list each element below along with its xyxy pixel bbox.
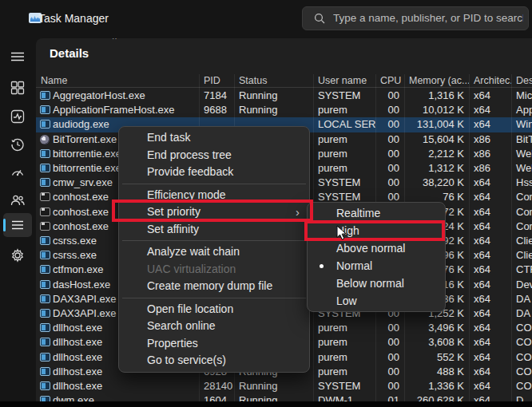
menu-item-open-file-location[interactable]: Open file location [119, 301, 309, 318]
sidebar-item-app-history[interactable] [10, 137, 25, 152]
app-process-icon [40, 367, 50, 376]
cell-col-description: CTF [511, 263, 532, 277]
process-name: ApplicationFrameHost.exe [53, 103, 199, 117]
sidebar-item-services[interactable] [10, 248, 25, 263]
hamburger-menu-icon[interactable] [10, 49, 25, 64]
cell-col-description: CO [511, 350, 532, 365]
sidebar-item-performance[interactable] [10, 109, 25, 124]
cell-col-pid: 28140 [199, 379, 234, 393]
menu-item-create-memory-dump-file[interactable]: Create memory dump file [119, 278, 309, 295]
column-header-col-name[interactable]: Name [36, 74, 199, 87]
app-process-icon [40, 265, 50, 274]
menu-item-properties[interactable]: Properties [119, 335, 309, 353]
sidebar-item-details[interactable] [10, 218, 25, 232]
sidebar-item-users[interactable] [10, 193, 25, 207]
column-header-col-pid[interactable]: PID [199, 74, 234, 87]
cell-col-user-name: SYSTEM [313, 89, 375, 103]
app-process-icon [40, 236, 50, 245]
search-input[interactable]: Type a name, publisher, or PID to search [302, 6, 529, 30]
cell-col-cpu: 00 [375, 176, 404, 190]
column-header-col-cpu[interactable]: CPU [375, 74, 404, 87]
cell-col-architecture: x86 [469, 132, 511, 147]
cell-col-cpu: 01 [375, 393, 404, 401]
app-process-icon [40, 178, 50, 187]
table-row[interactable]: dwm.exe1604RunningDWM-101260,628 Kx64D [36, 393, 532, 401]
menu-item-go-to-service-s-[interactable]: Go to service(s) [119, 352, 309, 369]
annotation-box-set-priority [112, 200, 313, 222]
menu-item-search-online[interactable]: Search online [119, 318, 309, 335]
console-process-icon [40, 222, 50, 231]
title-bar: Task Manager Type a name, publisher, or … [0, 0, 532, 38]
cell-col-user-name: purem [313, 335, 375, 350]
cell-col-memory: 1,336 K [404, 379, 469, 393]
cell-col-architecture: x64 [469, 263, 511, 277]
cell-col-description: BitT [511, 132, 532, 147]
cell-col-description: Clie [511, 234, 532, 248]
cell-col-pid: 1604 [199, 393, 234, 401]
menu-separator [122, 298, 306, 298]
cell-col-status: Running [234, 393, 313, 401]
cell-col-user-name: SYSTEM [313, 176, 375, 190]
sort-ascending-icon: ^ [113, 38, 117, 44]
sidebar-item-startup-apps[interactable] [10, 165, 25, 180]
selected-priority-bullet [320, 264, 324, 268]
menu-item-analyze-wait-chain[interactable]: Analyze wait chain [119, 243, 309, 261]
cell-col-cpu: 00 [375, 335, 404, 350]
menu-item-provide-feedback[interactable]: Provide feedback [119, 164, 309, 181]
cell-col-architecture: x64 [469, 365, 511, 379]
column-header-col-architecture[interactable]: Architec... [469, 74, 511, 87]
cell-col-architecture: x64 [469, 248, 511, 263]
table-row[interactable]: AggregatorHost.exe7184RunningSYSTEM001,3… [36, 89, 532, 103]
menu-separator [122, 184, 306, 184]
submenu-item-above-normal[interactable]: Above normal [308, 239, 445, 257]
cell-col-architecture: x64 [469, 117, 511, 132]
column-header-col-description[interactable]: Des... [511, 74, 532, 87]
cell-col-description: Web [511, 147, 532, 161]
cell-col-description: Con [511, 205, 532, 219]
cell-col-architecture: x86 [469, 161, 511, 176]
cell-col-architecture: x64 [469, 321, 511, 335]
cell-col-architecture: x64 [469, 176, 511, 190]
menu-item-set-affinity[interactable]: Set affinity [119, 221, 309, 239]
cell-col-user-name: LOCAL SER... [313, 117, 375, 132]
column-divider [511, 74, 512, 401]
set-priority-submenu: RealtimeHighAbove normalNormalBelow norm… [307, 202, 446, 312]
app-process-icon [40, 120, 50, 128]
app-process-icon [40, 251, 50, 259]
submenu-item-normal[interactable]: Normal [308, 257, 445, 275]
console-process-icon [40, 207, 50, 216]
table-row[interactable]: ApplicationFrameHost.exe9688Runningpurem… [36, 103, 532, 117]
sidebar-item-processes[interactable] [10, 81, 25, 95]
cell-col-description: D [511, 393, 532, 401]
cell-col-description: CO [511, 379, 532, 393]
cell-col-name: dwm.exe [36, 393, 199, 401]
search-icon [314, 13, 325, 27]
cell-col-architecture: x64 [469, 350, 511, 365]
app-process-icon [40, 149, 50, 158]
column-header-col-status[interactable]: Status [234, 74, 313, 87]
submenu-item-below-normal[interactable]: Below normal [308, 275, 445, 292]
cell-col-cpu: 00 [375, 321, 404, 335]
cell-col-memory: 15,604 K [404, 132, 469, 147]
column-header-col-memory[interactable]: Memory (ac... [404, 74, 469, 87]
cell-col-description: Win [511, 117, 532, 132]
bottom-black-bar [0, 401, 532, 407]
submenu-item-realtime[interactable]: Realtime [308, 204, 445, 222]
cell-col-name: dllhost.exe [36, 379, 199, 393]
cell-col-architecture: x64 [469, 219, 511, 234]
cell-col-description: DA [511, 306, 532, 321]
process-name: dwm.exe [53, 393, 199, 401]
column-header-col-user-name[interactable]: User name [313, 74, 375, 87]
cell-col-architecture: x64 [469, 278, 511, 292]
menu-item-end-task[interactable]: End task [119, 129, 309, 147]
menu-item-end-process-tree[interactable]: End process tree [119, 147, 309, 164]
cell-col-description: Con [511, 190, 532, 204]
cell-col-description: Con [511, 219, 532, 234]
submenu-item-low[interactable]: Low [308, 292, 445, 310]
cell-col-description: Mic [511, 89, 532, 103]
app-process-icon [40, 338, 50, 346]
sidebar-selected-indicator [3, 219, 6, 231]
table-row[interactable]: dllhost.exe28140RunningSYSTEM001,336 Kx6… [36, 379, 532, 393]
cell-col-status: Running [234, 379, 313, 393]
app-process-icon [40, 105, 50, 114]
